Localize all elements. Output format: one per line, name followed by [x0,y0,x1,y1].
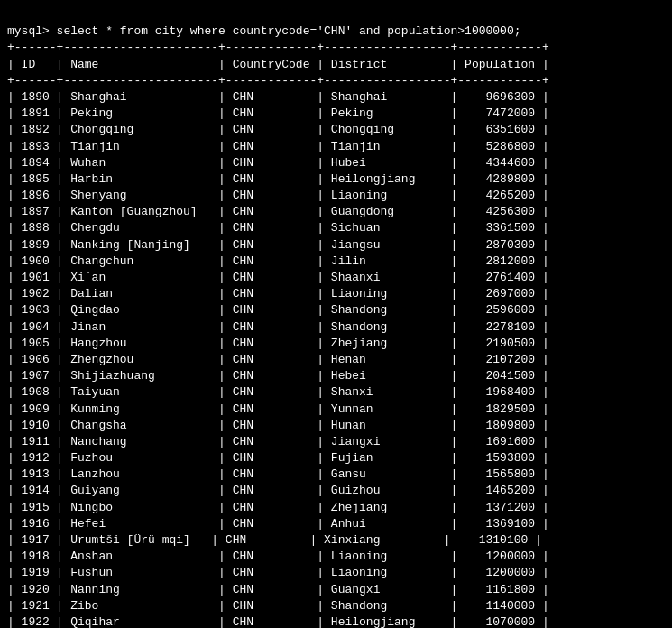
table-row: | 1912 | Fuzhou | CHN | Fujian | 1593800… [7,451,549,465]
table-row: | 1911 | Nanchang | CHN | Jiangxi | 1691… [7,435,549,448]
table-row: | 1919 | Fushun | CHN | Liaoning | 12000… [7,566,549,579]
table-row: | 1914 | Guiyang | CHN | Guizhou | 14652… [7,484,549,497]
table-row: | 1893 | Tianjin | CHN | Tianjin | 52868… [7,140,549,153]
separator-mid: +------+----------------------+---------… [7,74,549,88]
table-row: | 1902 | Dalian | CHN | Liaoning | 26970… [7,287,549,300]
table-row: | 1908 | Taiyuan | CHN | Shanxi | 196840… [7,385,549,399]
table-row: | 1920 | Nanning | CHN | Guangxi | 11618… [7,583,549,596]
table-row: | 1898 | Chengdu | CHN | Sichuan | 33615… [7,221,549,235]
table-row: | 1897 | Kanton [Guangzhou] | CHN | Guan… [7,205,549,218]
terminal-window: mysql> select * from city where countryc… [7,7,665,89]
table-row: | 1917 | Urumtši [Ürü mqi] | CHN | Xinxi… [7,533,542,547]
sql-query: select * from city where countrycode='CH… [57,24,521,38]
table-row: | 1904 | Jinan | CHN | Shandong | 227810… [7,320,549,334]
separator-top: +------+----------------------+---------… [7,41,549,54]
table-row: | 1915 | Ningbo | CHN | Zhejiang | 13712… [7,501,549,514]
table-row: | 1918 | Anshan | CHN | Liaoning | 12000… [7,550,549,563]
table-row: | 1900 | Changchun | CHN | Jilin | 28120… [7,254,549,268]
table-row: | 1899 | Nanking [Nanjing] | CHN | Jiang… [7,238,549,252]
data-rows: | 1890 | Shanghai | CHN | Shanghai | 969… [7,89,665,628]
table-row: | 1922 | Qiqihar | CHN | Heilongjiang | … [7,615,549,628]
table-row: | 1891 | Peking | CHN | Peking | 7472000… [7,106,549,120]
mysql-prompt: mysql> [7,24,57,38]
header-row: | ID | Name | CountryCode | District | P… [7,58,549,71]
table-row: | 1896 | Shenyang | CHN | Liaoning | 426… [7,189,549,202]
table-row: | 1921 | Zibo | CHN | Shandong | 1140000… [7,599,549,613]
table-row: | 1894 | Wuhan | CHN | Hubei | 4344600 | [7,156,549,170]
table-row: | 1903 | Qingdao | CHN | Shandong | 2596… [7,303,549,317]
table-row: | 1913 | Lanzhou | CHN | Gansu | 1565800… [7,467,549,481]
table-row: | 1909 | Kunming | CHN | Yunnan | 182950… [7,402,549,416]
table-row: | 1906 | Zhengzhou | CHN | Henan | 21072… [7,353,549,366]
table-row: | 1910 | Changsha | CHN | Hunan | 180980… [7,419,549,432]
prompt-line: mysql> select * from city where countryc… [7,24,521,38]
table-row: | 1905 | Hangzhou | CHN | Zhejiang | 219… [7,337,549,350]
table-row: | 1901 | Xi`an | CHN | Shaanxi | 2761400… [7,271,549,284]
table-row: | 1895 | Harbin | CHN | Heilongjiang | 4… [7,172,549,186]
table-row: | 1890 | Shanghai | CHN | Shanghai | 969… [7,90,549,104]
table-row: | 1916 | Hefei | CHN | Anhui | 1369100 | [7,517,549,531]
table-row: | 1907 | Shijiazhuang | CHN | Hebei | 20… [7,369,549,383]
table-row: | 1892 | Chongqing | CHN | Chongqing | 6… [7,123,549,136]
